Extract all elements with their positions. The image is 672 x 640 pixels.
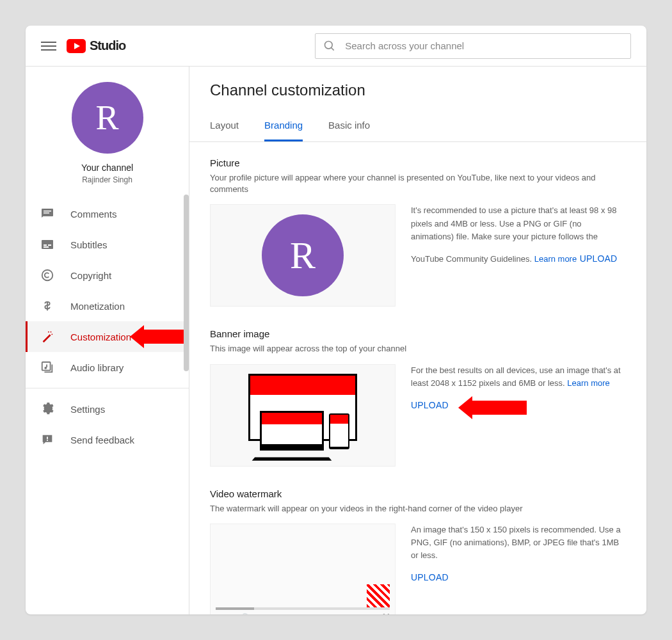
gear-icon [40,401,55,417]
avatar-letter: R [95,98,118,138]
scrollbar[interactable] [184,195,189,371]
page-title: Channel customization [210,81,626,99]
sidebar-item-label: Subtitles [70,239,108,250]
tabs: Layout Branding Basic info [189,111,646,142]
volume-icon: 🔊 [239,613,249,614]
sidebar-item-label: Settings [70,404,105,415]
svg-rect-7 [48,244,51,246]
nav-footer-list: Settings Send feedback [26,390,189,459]
section-desc: This image will appear across the top of… [210,343,626,355]
app-window: Studio R Your channel Rajinder Singh [26,26,646,614]
theater-icon: ▭ [370,613,377,614]
svg-rect-4 [44,212,49,214]
learn-more-link[interactable]: Learn more [567,378,609,388]
avatar-preview: R [262,214,344,296]
banner-hint-block: For the best results on all devices, use… [411,364,626,411]
section-picture: Picture Your profile picture will appear… [210,157,626,307]
subtitles-icon [40,237,55,252]
upload-watermark-button[interactable]: UPLOAD [411,572,449,582]
page-header: Channel customization [189,67,646,111]
feedback-icon [40,432,55,447]
sidebar-item-label: Monetization [70,301,125,312]
wand-icon [40,329,55,344]
topbar: Studio [26,26,646,67]
svg-rect-8 [44,246,49,248]
annotation-arrow [458,396,527,419]
picture-preview: R [210,204,396,307]
sidebar-item-monetization[interactable]: Monetization [26,291,189,321]
avatar[interactable]: R [72,82,143,154]
sidebar-item-label: Comments [70,209,117,220]
upload-picture-button[interactable]: UPLOAD [580,253,618,264]
svg-rect-16 [47,440,48,441]
tab-layout[interactable]: Layout [210,111,239,141]
svg-point-0 [325,41,333,49]
play-icon: ▶ [216,613,221,614]
player-controls: ▶ ▶| 🔊 ⚙ ▭ ⛶ [211,610,395,614]
sidebar: R Your channel Rajinder Singh Comments S… [26,67,189,614]
logo[interactable]: Studio [67,38,125,53]
watermark-preview: ▶ ▶| 🔊 ⚙ ▭ ⛶ [210,524,396,614]
your-channel-label: Your channel [81,163,133,173]
sidebar-item-customization[interactable]: Customization [26,321,189,352]
section-banner: Banner image This image will appear acro… [210,328,626,466]
hint-text: An image that's 150 x 150 pixels is reco… [411,524,626,562]
svg-rect-3 [44,211,51,212]
section-title: Banner image [210,328,626,339]
svg-point-12 [48,332,49,333]
sidebar-item-label: Send feedback [70,435,134,445]
watermark-hint-block: An image that's 150 x 150 pixels is reco… [411,524,626,583]
channel-block: R Your channel Rajinder Singh [26,67,189,195]
section-title: Video watermark [210,488,626,499]
dollar-icon [40,298,55,314]
brand-name: Studio [90,38,125,53]
sidebar-item-feedback[interactable]: Send feedback [26,424,189,455]
picture-hint-block: It's recommended to use a picture that's… [411,204,626,266]
sidebar-item-audio-library[interactable]: Audio library [26,352,189,383]
section-desc: The watermark will appear on your videos… [210,503,626,515]
section-title: Picture [210,157,626,168]
learn-more-link[interactable]: Learn more [534,254,577,264]
content: Picture Your profile picture will appear… [189,142,646,614]
next-icon: ▶| [227,613,234,614]
main: Channel customization Layout Branding Ba… [189,67,646,614]
banner-preview [210,364,396,467]
nav-list: Comments Subtitles Copyright [26,195,189,387]
watermark-swatch [367,584,390,607]
settings-icon: ⚙ [358,613,365,614]
tab-basic-info[interactable]: Basic info [328,111,370,141]
youtube-play-icon [67,39,86,53]
devices-illustration [248,374,357,457]
section-desc: Your profile picture will appear where y… [210,172,626,195]
sidebar-divider [26,388,189,388]
sidebar-item-comments[interactable]: Comments [26,198,189,229]
annotation-arrow [130,325,189,348]
audio-library-icon [40,360,55,375]
channel-owner-name: Rajinder Singh [82,175,132,184]
comment-icon [40,206,55,221]
search-box[interactable] [315,33,631,59]
sidebar-item-label: Customization [70,332,131,342]
svg-line-1 [332,47,334,50]
tab-branding[interactable]: Branding [264,111,303,141]
body: R Your channel Rajinder Singh Comments S… [26,67,646,614]
sidebar-item-copyright[interactable]: Copyright [26,260,189,291]
svg-point-14 [44,367,47,369]
svg-point-9 [42,270,53,281]
avatar-letter: R [290,234,316,278]
svg-rect-15 [47,436,48,439]
svg-point-10 [51,332,52,333]
sidebar-item-subtitles[interactable]: Subtitles [26,229,189,260]
svg-rect-6 [44,244,47,246]
search-icon [323,40,336,52]
search-input[interactable] [345,40,623,51]
svg-point-11 [51,333,52,335]
sidebar-item-settings[interactable]: Settings [26,394,189,424]
fullscreen-icon: ⛶ [382,613,390,614]
copyright-icon [40,268,55,283]
sidebar-item-label: Copyright [70,270,111,281]
upload-banner-button[interactable]: UPLOAD [411,400,449,410]
section-watermark: Video watermark The watermark will appea… [210,488,626,614]
menu-icon[interactable] [41,38,56,54]
sidebar-item-label: Audio library [70,362,124,373]
